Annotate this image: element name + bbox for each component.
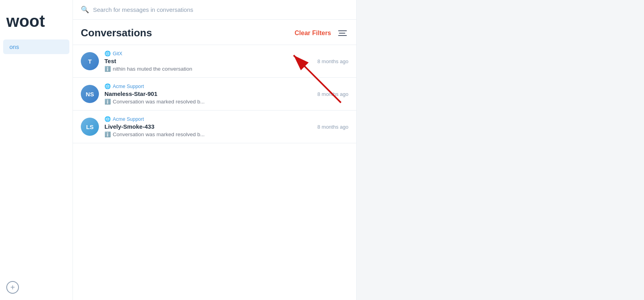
conversation-name: Lively-Smoke-433 — [104, 123, 154, 130]
info-icon: ℹ️ — [104, 131, 111, 137]
conversation-top-row: Nameless-Star-901 8 months ago — [104, 90, 348, 97]
conversation-inbox: 🌐 Acme Support — [104, 116, 348, 122]
conversation-message: ℹ️ Conversation was marked resolved b... — [104, 131, 348, 137]
search-icon: 🔍 — [81, 6, 89, 14]
conversation-message: ℹ️ Conversation was marked resolved b... — [104, 99, 348, 105]
conversations-title: Conversations — [81, 27, 152, 39]
app-logo: woot — [0, 8, 73, 39]
conversations-header: Conversations Clear Filters — [73, 20, 356, 45]
clear-filters-button[interactable]: Clear Filters — [295, 30, 331, 37]
info-icon: ℹ️ — [104, 66, 111, 72]
conversation-top-row: Lively-Smoke-433 8 months ago — [104, 123, 348, 130]
conversation-item[interactable]: NS 🌐 Acme Support Nameless-Star-901 8 mo… — [73, 78, 356, 111]
conversation-message: ℹ️ nithin has muted the conversation — [104, 66, 348, 72]
conversation-inbox: 🌐 GitX — [104, 51, 348, 56]
conversation-time: 8 months ago — [317, 58, 348, 64]
search-placeholder: Search for messages in conversations — [93, 6, 193, 13]
message-text: nithin has muted the conversation — [113, 66, 192, 72]
conversation-time: 8 months ago — [317, 91, 348, 97]
conversation-list: T 🌐 GitX Test 8 months ago ℹ️ nithin has… — [73, 45, 356, 300]
globe-icon: 🌐 — [104, 116, 111, 122]
conversation-top-row: Test 8 months ago — [104, 58, 348, 64]
sidebar-item-conversations[interactable]: ons — [3, 39, 69, 54]
add-inbox-button[interactable]: + — [6, 281, 19, 294]
conversations-panel: 🔍 Search for messages in conversations C… — [73, 0, 357, 300]
globe-icon: 🌐 — [104, 83, 111, 89]
sidebar: woot ons + — [0, 0, 73, 300]
inbox-name: GitX — [113, 51, 122, 56]
message-text: Conversation was marked resolved b... — [113, 99, 205, 105]
filter-icon-button[interactable] — [337, 29, 348, 38]
conversation-name: Nameless-Star-901 — [104, 90, 157, 97]
filter-line-1 — [338, 30, 347, 31]
globe-icon: 🌐 — [104, 51, 111, 56]
inbox-name: Acme Support — [113, 116, 144, 122]
conversation-item[interactable]: T 🌐 GitX Test 8 months ago ℹ️ nithin has… — [73, 45, 356, 78]
inbox-name: Acme Support — [113, 84, 144, 89]
avatar: LS — [81, 118, 99, 136]
search-bar[interactable]: 🔍 Search for messages in conversations — [73, 0, 356, 20]
avatar: NS — [81, 85, 99, 103]
conversation-inbox: 🌐 Acme Support — [104, 83, 348, 89]
right-content-area — [357, 0, 644, 300]
filter-line-3 — [338, 35, 347, 36]
header-actions: Clear Filters — [295, 29, 348, 38]
conversation-time: 8 months ago — [317, 124, 348, 130]
conversation-item[interactable]: LS 🌐 Acme Support Lively-Smoke-433 8 mon… — [73, 111, 356, 143]
filter-line-2 — [339, 33, 345, 34]
sidebar-bottom: + — [0, 275, 73, 300]
conversation-name: Test — [104, 58, 116, 64]
conversation-content: 🌐 Acme Support Nameless-Star-901 8 month… — [104, 83, 348, 105]
conversation-content: 🌐 GitX Test 8 months ago ℹ️ nithin has m… — [104, 51, 348, 72]
avatar: T — [81, 52, 99, 70]
info-icon: ℹ️ — [104, 99, 111, 105]
message-text: Conversation was marked resolved b... — [113, 131, 205, 137]
conversation-content: 🌐 Acme Support Lively-Smoke-433 8 months… — [104, 116, 348, 137]
